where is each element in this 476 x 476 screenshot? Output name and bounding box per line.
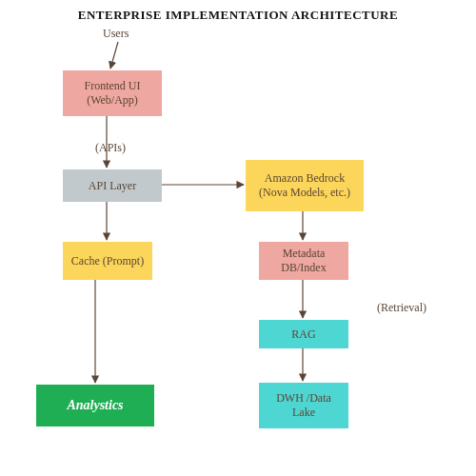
label-users: Users xyxy=(103,27,129,41)
node-frontend: Frontend UI (Web/App) xyxy=(63,70,162,116)
node-rag: RAG xyxy=(259,320,348,348)
diagram-canvas: { "title": "ENTERPRISE IMPLEMENTATION AR… xyxy=(0,0,476,476)
node-dwh: DWH /Data Lake xyxy=(259,383,348,428)
edge-users-frontend xyxy=(110,42,118,69)
node-analytics: Analystics xyxy=(36,385,154,426)
node-cache: Cache (Prompt) xyxy=(63,242,152,280)
node-bedrock: Amazon Bedrock (Nova Models, etc.) xyxy=(246,160,364,211)
diagram-title: ENTERPRISE IMPLEMENTATION ARCHITECTURE xyxy=(0,8,476,23)
node-metadata: Metadata DB/Index xyxy=(259,242,348,280)
node-api: API Layer xyxy=(63,169,162,202)
label-retrieval: (Retrieval) xyxy=(377,301,426,315)
label-apis: (APIs) xyxy=(95,141,126,155)
